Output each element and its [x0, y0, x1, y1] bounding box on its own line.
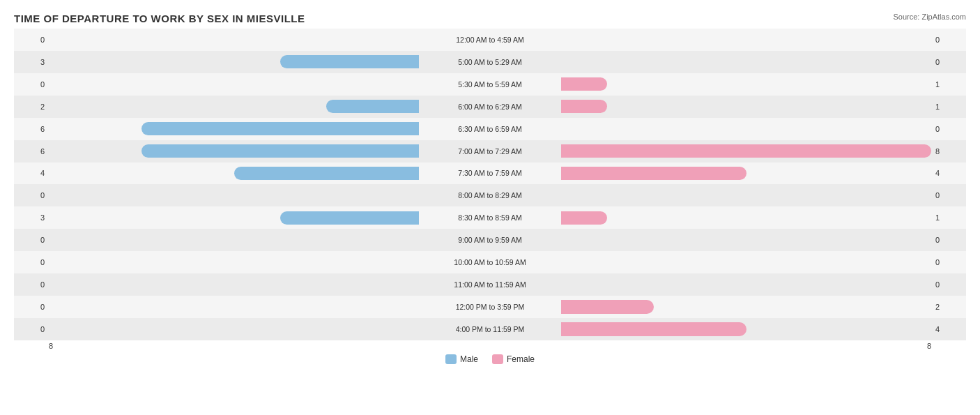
female-value: 0: [931, 58, 966, 66]
female-swatch: [492, 354, 503, 364]
bars-center: 9:00 AM to 9:59 AM: [49, 229, 931, 251]
male-bar: [280, 211, 419, 225]
male-bar-side: [49, 55, 420, 68]
male-value: 4: [14, 169, 49, 177]
female-value: 0: [931, 191, 966, 199]
rows-container: 0 12:00 AM to 4:59 AM 0 3 5:00 AM to 5:2…: [14, 29, 966, 340]
bars-center: 5:30 AM to 5:59 AM: [49, 73, 931, 96]
table-row: 0 10:00 AM to 10:59 AM 0: [14, 251, 966, 273]
female-bar: [561, 77, 607, 91]
male-bar-side: [49, 100, 420, 113]
scale-left: 8: [49, 342, 53, 350]
female-value: 2: [931, 303, 966, 311]
male-value: 2: [14, 103, 49, 111]
time-label: 7:30 AM to 7:59 AM: [420, 169, 560, 177]
male-bar: [280, 55, 419, 68]
bars-center: 4:00 PM to 11:59 PM: [49, 318, 931, 340]
female-bar-side: [560, 189, 931, 202]
bars-center: 6:30 AM to 6:59 AM: [49, 118, 931, 140]
male-bar: [326, 100, 419, 113]
male-bar-side: [49, 211, 420, 225]
male-bar-side: [49, 234, 420, 247]
female-bar: [561, 100, 607, 113]
table-row: 0 12:00 PM to 3:59 PM 2: [14, 296, 966, 318]
chart-container: TIME OF DEPARTURE TO WORK BY SEX IN MIES…: [0, 0, 980, 415]
time-label: 5:00 AM to 5:29 AM: [420, 58, 560, 66]
female-bar-side: [560, 256, 931, 269]
table-row: 0 4:00 PM to 11:59 PM 4: [14, 318, 966, 340]
female-value: 8: [931, 147, 966, 156]
female-bar-side: [560, 77, 931, 91]
bars-center: 11:00 AM to 11:59 AM: [49, 273, 931, 296]
bars-center: 7:00 AM to 7:29 AM: [49, 140, 931, 163]
time-label: 9:00 AM to 9:59 AM: [420, 236, 560, 244]
time-label: 6:30 AM to 6:59 AM: [420, 125, 560, 133]
male-bar-side: [49, 122, 420, 135]
time-label: 8:30 AM to 8:59 AM: [420, 213, 560, 222]
female-bar-side: [560, 33, 931, 46]
time-label: 8:00 AM to 8:29 AM: [420, 191, 560, 199]
male-bar-side: [49, 322, 420, 335]
female-bar-side: [560, 300, 931, 313]
chart-title: TIME OF DEPARTURE TO WORK BY SEX IN MIES…: [14, 13, 966, 24]
source-label: Source: ZipAtlas.com: [893, 13, 966, 21]
time-label: 5:30 AM to 5:59 AM: [420, 80, 560, 89]
female-bar-side: [560, 55, 931, 68]
female-bar-side: [560, 211, 931, 225]
legend-male: Male: [445, 354, 478, 364]
female-value: 1: [931, 103, 966, 111]
male-value: 0: [14, 36, 49, 44]
legend-female: Female: [492, 354, 535, 364]
male-value: 0: [14, 258, 49, 266]
bars-center: 7:30 AM to 7:59 AM: [49, 163, 931, 185]
male-bar: [141, 122, 419, 135]
male-bar-side: [49, 77, 420, 91]
table-row: 4 7:30 AM to 7:59 AM 4: [14, 163, 966, 185]
male-value: 0: [14, 191, 49, 199]
table-row: 3 5:00 AM to 5:29 AM 0: [14, 51, 966, 73]
table-row: 6 6:30 AM to 6:59 AM 0: [14, 118, 966, 140]
female-bar-side: [560, 100, 931, 113]
female-bar: [561, 144, 931, 158]
chart-area: 0 12:00 AM to 4:59 AM 0 3 5:00 AM to 5:2…: [14, 29, 966, 361]
male-bar: [141, 144, 419, 158]
female-bar-side: [560, 167, 931, 180]
male-bar-side: [49, 300, 420, 313]
female-bar-side: [560, 234, 931, 247]
male-value: 3: [14, 58, 49, 66]
male-value: 3: [14, 213, 49, 222]
female-bar-side: [560, 144, 931, 158]
table-row: 3 8:30 AM to 8:59 AM 1: [14, 206, 966, 229]
male-bar-side: [49, 167, 420, 180]
bars-center: 12:00 PM to 3:59 PM: [49, 296, 931, 318]
legend: Male Female: [14, 354, 966, 364]
female-value: 4: [931, 325, 966, 333]
time-label: 4:00 PM to 11:59 PM: [420, 325, 560, 333]
male-bar-side: [49, 144, 420, 158]
table-row: 0 11:00 AM to 11:59 AM 0: [14, 273, 966, 296]
time-label: 7:00 AM to 7:29 AM: [420, 147, 560, 156]
female-bar-side: [560, 122, 931, 135]
table-row: 2 6:00 AM to 6:29 AM 1: [14, 96, 966, 118]
bars-center: 8:30 AM to 8:59 AM: [49, 206, 931, 229]
male-value: 0: [14, 303, 49, 311]
time-label: 12:00 PM to 3:59 PM: [420, 303, 560, 311]
female-bar: [561, 167, 747, 180]
table-row: 0 8:00 AM to 8:29 AM 0: [14, 184, 966, 206]
table-row: 0 12:00 AM to 4:59 AM 0: [14, 29, 966, 51]
male-value: 6: [14, 125, 49, 133]
female-value: 0: [931, 36, 966, 44]
scale-right: 8: [927, 342, 931, 350]
male-bar-side: [49, 278, 420, 292]
table-row: 0 5:30 AM to 5:59 AM 1: [14, 73, 966, 96]
female-value: 4: [931, 169, 966, 177]
female-value: 1: [931, 80, 966, 89]
female-value: 0: [931, 236, 966, 244]
male-bar-side: [49, 33, 420, 46]
female-bar: [561, 322, 747, 335]
time-label: 10:00 AM to 10:59 AM: [420, 258, 560, 266]
female-label: Female: [507, 354, 535, 364]
bars-center: 10:00 AM to 10:59 AM: [49, 251, 931, 273]
male-value: 0: [14, 325, 49, 333]
female-bar-side: [560, 278, 931, 292]
